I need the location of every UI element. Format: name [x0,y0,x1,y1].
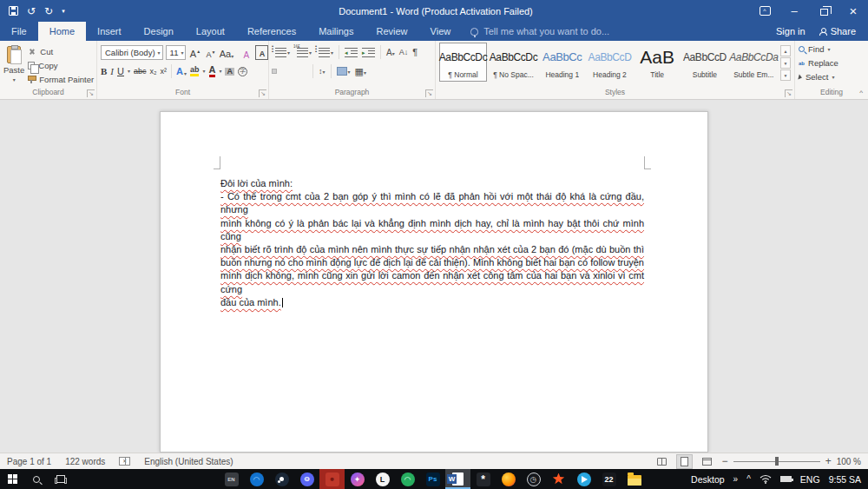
tab-file[interactable]: File [0,22,38,41]
clear-formatting-icon[interactable]: A [240,45,253,60]
taskbar-app-blue-tool[interactable]: ◠ [244,469,269,489]
taskbar-app-sparkle[interactable]: * [470,469,496,489]
style-heading-1[interactable]: AaBbCc Heading 1 [540,43,585,82]
subscript-button[interactable]: x₂ [150,68,157,76]
text-effects-button[interactable]: A▾ [176,67,187,76]
select-button[interactable]: Select ▾ [799,70,865,83]
taskbar-app-firefox[interactable] [496,469,521,489]
style-subtitle[interactable]: AaBbCcD Subtitle [682,43,727,82]
underline-caret-icon[interactable]: ▾ [128,69,130,74]
enclose-characters-icon[interactable]: A [255,45,268,60]
italic-button[interactable]: I [110,67,114,76]
share-button[interactable]: Share [819,26,856,36]
show-hidden-icons-button[interactable]: ^ [746,474,751,484]
tab-review[interactable]: Review [365,22,419,41]
style-title[interactable]: AaB Title [635,43,680,82]
taskbar-app-word[interactable] [445,469,470,489]
zoom-slider[interactable] [733,461,820,462]
font-size-combo[interactable]: 11 ▾ [166,45,187,60]
show-paragraph-marks-button[interactable]: ¶ [412,47,418,57]
zoom-in-button[interactable]: + [825,456,832,466]
read-mode-button[interactable] [654,455,669,468]
tab-view[interactable]: View [419,22,463,41]
taskbar-app-steam[interactable] [269,469,294,489]
print-layout-button[interactable] [677,455,692,468]
tab-design[interactable]: Design [133,22,185,41]
font-dialog-launcher[interactable]: ↘ [259,89,266,97]
start-button[interactable] [0,469,24,489]
styles-scroll-up-button[interactable]: ▲ [780,45,791,56]
styles-dialog-launcher[interactable]: ↘ [785,89,792,97]
battery-icon[interactable] [780,476,792,482]
multilevel-list-button[interactable]: ▾ [316,48,333,57]
align-center-button[interactable] [280,69,284,73]
format-painter-button[interactable]: Format Painter [28,73,94,86]
cut-button[interactable]: Cut [28,45,94,58]
undo-icon[interactable]: ↺ [27,5,36,17]
toolbar-chevron-icon[interactable]: » [733,474,739,484]
increase-indent-button[interactable]: ▸ [362,48,375,57]
underline-button[interactable]: U [117,67,124,76]
minimize-button[interactable]: – [779,0,809,22]
page-indicator[interactable]: Page 1 of 1 [7,457,51,466]
sign-in-link[interactable]: Sign in [776,26,806,36]
style-normal[interactable]: AaBbCcDc ¶ Normal [439,43,487,82]
taskbar-app-discord[interactable]: ʘ [294,469,319,489]
styles-scroll-down-button[interactable]: ▼ [780,57,791,69]
font-family-combo[interactable]: Calibri (Body) ▾ [101,45,163,60]
zoom-out-button[interactable]: − [722,456,728,466]
ribbon-display-options-button[interactable]: ^ [750,0,779,22]
taskbar-app-l-badge[interactable]: L [370,469,395,489]
language-indicator[interactable]: English (United States) [144,457,233,466]
bold-button[interactable]: B [101,67,107,76]
bullets-button[interactable]: ▾ [273,48,290,57]
line-spacing-button[interactable]: ↕▾ [319,67,326,76]
document-page[interactable]: Đôi lời của mình: - Có thể trong cmt của… [160,111,708,453]
taskbar-app-star[interactable] [546,469,571,489]
style-subtle-emphasis[interactable]: AaBbCcDa Subtle Em... [730,43,778,82]
tab-insert[interactable]: Insert [86,22,133,41]
taskbar-search-button[interactable] [24,469,49,489]
wifi-icon[interactable] [760,474,772,484]
desktop-toolbar-label[interactable]: Desktop [691,474,725,485]
numbering-button[interactable]: ▾ [294,48,312,57]
collapse-ribbon-icon[interactable]: ^ [859,89,863,96]
change-case-button[interactable]: Aa▾ [220,45,233,60]
highlight-caret-icon[interactable]: ▾ [202,69,205,74]
taskbar-app-photoshop[interactable]: Ps [420,469,445,489]
align-right-button[interactable] [288,69,292,73]
web-layout-button[interactable] [700,455,714,468]
tab-layout[interactable]: Layout [185,22,236,41]
paragraph-dialog-launcher[interactable]: ↘ [425,89,433,97]
taskbar-app-clock[interactable]: ◷ [521,469,546,489]
distribute-button[interactable] [304,69,307,73]
customize-qat-icon[interactable]: ▾ [62,8,65,15]
asian-layout-button[interactable]: A▾ [386,48,395,57]
enclose-circle-icon[interactable]: 字 [238,67,247,76]
copy-button[interactable]: Copy [28,59,94,72]
tab-references[interactable]: References [236,22,307,41]
paste-button[interactable]: Paste ▾ [3,43,24,87]
task-view-button[interactable] [49,469,73,489]
justify-button[interactable] [296,69,299,73]
taskbar-app-green-swirl[interactable]: ◠ [395,469,420,489]
tab-home[interactable]: Home [38,22,86,41]
close-button[interactable]: × [838,0,868,22]
taskbar-app-calendar[interactable]: 22 [596,469,621,489]
clipboard-dialog-launcher[interactable]: ↘ [87,89,95,97]
proofing-errors-icon[interactable]: ✕ [119,457,130,466]
save-icon[interactable] [9,6,18,16]
tab-mailings[interactable]: Mailings [307,22,365,41]
decrease-indent-button[interactable]: ◂ [345,48,358,57]
replace-button[interactable]: ab Replace [799,56,865,69]
superscript-button[interactable]: x² [161,68,168,76]
sort-button[interactable]: A↓ [399,48,409,56]
clock-time[interactable]: 9:55 SA [829,474,861,485]
strikethrough-button[interactable]: abc [134,68,147,76]
borders-button[interactable]: ▦▾ [355,66,366,77]
zoom-slider-thumb[interactable] [775,457,779,466]
restore-button[interactable] [809,0,838,22]
taskbar-app-recorder[interactable]: ⏺ [319,469,345,489]
document-area[interactable]: Đôi lời của mình: - Có thể trong cmt của… [0,100,868,453]
shrink-font-button[interactable]: A▼ [204,45,217,60]
